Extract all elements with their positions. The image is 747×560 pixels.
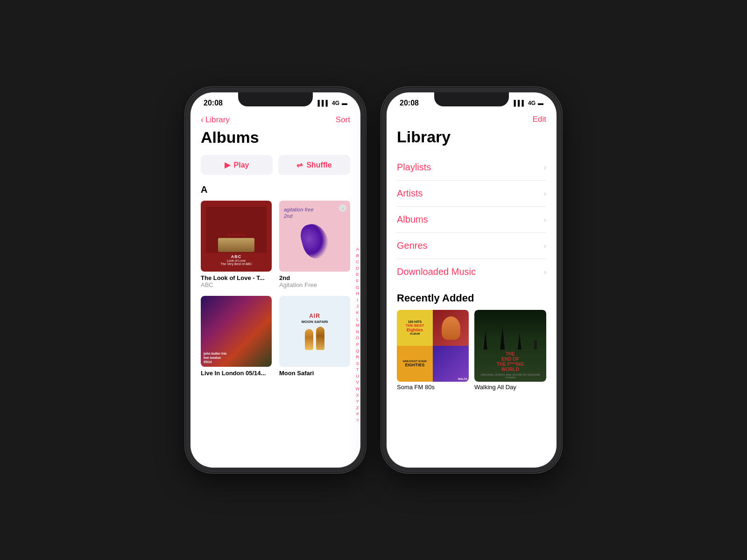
alpha-d[interactable]: D [356,266,360,272]
phone-2-content: Edit Library Playlists › Artists › Album… [387,111,557,463]
alpha-v[interactable]: V [356,379,360,385]
signal-icon-1: ▌▌▌ [317,100,330,106]
album-item-agitation[interactable]: agitation free2nd ↓ 2nd Agitation Free [279,201,350,288]
album-title-agitation: 2nd [279,274,350,281]
walking-label: Walking All Day [474,384,546,391]
shuffle-icon: ⇌ [296,161,303,169]
recently-added-title: Recently Added [397,292,546,304]
status-icons-2: ▌▌▌ 4G ▬ [514,100,543,106]
play-icon: ▶ [225,161,230,169]
alpha-e[interactable]: E [356,272,360,278]
alpha-o[interactable]: O [356,335,360,341]
alpha-c[interactable]: C [356,259,360,265]
library-item-artists[interactable]: Artists › [397,181,546,207]
page-title-2: Library [397,128,546,146]
notch-2 [434,92,509,106]
battery-icon-1: ▬ [342,100,347,106]
phone-1-screen: 20:08 ▌▌▌ 4G ▬ ‹ Library Sort Albums [190,92,360,468]
album-title-abc: The Look of Love - T... [201,274,272,281]
album-item-live[interactable]: john butler triolive london05/14 Live In… [201,296,272,377]
genres-chevron-icon: › [544,242,546,250]
alpha-l[interactable]: L [356,316,360,322]
library-item-downloaded[interactable]: Downloaded Music › [397,259,546,285]
time-1: 20:08 [204,99,223,107]
alpha-y[interactable]: Y [356,399,360,405]
play-label: Play [234,161,249,169]
alpha-f[interactable]: F [356,278,360,284]
library-list: Playlists › Artists › Albums › Genres › … [397,154,546,285]
alpha-p[interactable]: P [356,342,360,348]
library-item-genres[interactable]: Genres › [397,233,546,259]
alpha-b[interactable]: B [356,253,360,259]
alpha-i[interactable]: I [356,297,360,303]
recent-item-soma[interactable]: 100 HITS THE BEST Eighties ALBUM [397,310,469,391]
album-item-abc[interactable]: ABC Look of LoveThe Very Best of ABC The… [201,201,272,288]
sort-label: Sort [336,115,350,124]
alphabet-scroller[interactable]: A B C D E F G H I J K L M N O P Q R S T [356,246,360,424]
album-item-moon[interactable]: AIR MOON SAFARI Moon Safari [279,296,350,377]
recent-item-walking[interactable]: THEEND OFTHE F***INGWORLD ORIGINAL SONGS… [474,310,546,391]
albums-label: Albums [397,214,428,225]
phone-1: 20:08 ▌▌▌ 4G ▬ ‹ Library Sort Albums [187,89,364,471]
alpha-m[interactable]: M [356,322,360,329]
library-item-playlists[interactable]: Playlists › [397,154,546,181]
album-title-moon: Moon Safari [279,370,350,377]
genres-label: Genres [397,240,428,251]
album-grid: ABC Look of LoveThe Very Best of ABC The… [201,201,350,377]
back-chevron-icon: ‹ [201,115,204,125]
sort-button[interactable]: Sort [336,115,350,125]
alpha-w[interactable]: W [356,386,360,392]
album-art-moon: AIR MOON SAFARI [279,296,350,367]
alpha-x[interactable]: X [356,392,360,399]
alpha-z[interactable]: Z [356,405,360,411]
albums-chevron-icon: › [544,216,546,224]
back-label: Library [205,115,230,125]
library-item-albums[interactable]: Albums › [397,207,546,233]
nav-row-2: Edit [397,111,546,126]
back-button[interactable]: ‹ Library [201,115,230,125]
album-title-live: Live In London 05/14... [201,370,272,377]
alpha-g[interactable]: G [356,285,360,291]
alpha-n[interactable]: N [356,329,360,335]
phone-2-screen: 20:08 ▌▌▌ 4G ▬ Edit Library Playlists [387,92,557,468]
battery-icon-2: ▬ [538,100,543,106]
artists-chevron-icon: › [544,189,546,198]
recent-art-walking: THEEND OFTHE F***INGWORLD ORIGINAL SONGS… [474,310,546,382]
phone-2: 20:08 ▌▌▌ 4G ▬ Edit Library Playlists [383,89,560,471]
notch-1 [238,92,313,106]
alpha-question[interactable]: ? [356,418,360,424]
alpha-j[interactable]: J [356,303,360,309]
alpha-a[interactable]: A [356,246,360,252]
play-button[interactable]: ▶ Play [201,155,273,175]
alpha-t[interactable]: T [356,367,360,373]
album-artist-abc: ABC [201,281,272,288]
shuffle-button[interactable]: ⇌ Shuffle [278,155,350,175]
downloaded-chevron-icon: › [544,268,546,276]
edit-button[interactable]: Edit [533,115,546,124]
alpha-k[interactable]: K [356,310,360,316]
alpha-s[interactable]: S [356,361,360,367]
status-icons-1: ▌▌▌ 4G ▬ [317,100,347,106]
alpha-h[interactable]: H [356,291,360,297]
recently-added-grid: 100 HITS THE BEST Eighties ALBUM [397,310,546,391]
alpha-hash[interactable]: # [356,411,360,417]
downloaded-label: Downloaded Music [397,266,476,277]
soma-label: Soma FM 80s [397,384,469,391]
album-art-abc: ABC Look of LoveThe Very Best of ABC [201,201,272,272]
alpha-q[interactable]: Q [356,348,360,354]
section-header-a: A [201,184,350,195]
playlists-chevron-icon: › [544,163,546,172]
album-art-live: john butler triolive london05/14 [201,296,272,367]
action-buttons: ▶ Play ⇌ Shuffle [201,155,350,175]
time-2: 20:08 [400,99,419,107]
album-art-agitation: agitation free2nd ↓ [279,201,350,272]
playlists-label: Playlists [397,162,431,173]
page-title-1: Albums [201,128,350,147]
nav-row-1: ‹ Library Sort [201,111,350,126]
shuffle-label: Shuffle [306,161,331,169]
album-artist-agitation: Agitation Free [279,281,350,288]
alpha-u[interactable]: U [356,373,360,379]
phone-1-content: ‹ Library Sort Albums ▶ Play ⇌ Shuffle [190,111,360,463]
artists-label: Artists [397,188,423,199]
alpha-r[interactable]: R [356,354,360,360]
